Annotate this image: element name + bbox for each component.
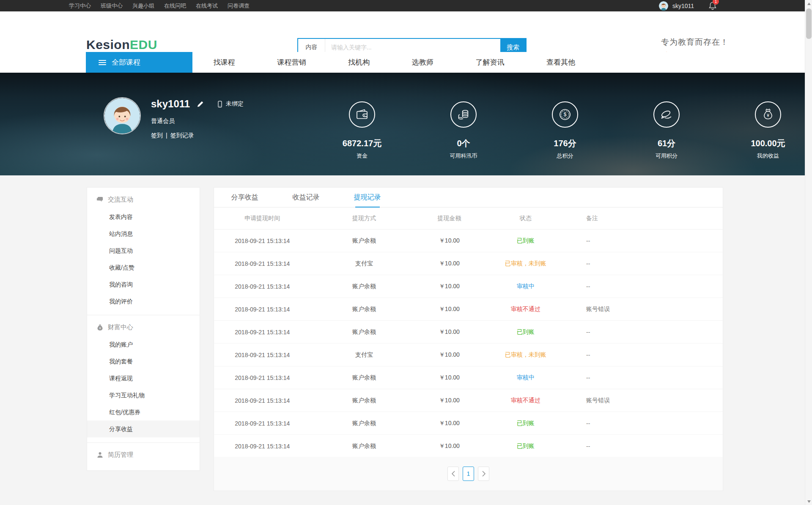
tab[interactable]: 提现记录 bbox=[337, 188, 398, 207]
sidebar-item[interactable]: 课程返现 bbox=[87, 370, 200, 387]
topbar-menu-item[interactable]: 问卷调查 bbox=[228, 2, 250, 10]
table-row: 2018-09-21 15:13:14 账户余额 ￥10.00 审核不通过 账号… bbox=[214, 298, 723, 321]
edit-pencil-icon[interactable] bbox=[197, 101, 204, 108]
next-page-button[interactable] bbox=[478, 467, 489, 481]
user-info: sky1011 未绑定 普通会员 签到 | 签到记录 bbox=[151, 98, 244, 139]
bind-status-label: 未绑定 bbox=[226, 100, 244, 108]
tab[interactable]: 分享收益 bbox=[214, 188, 275, 207]
chevron-right-icon bbox=[482, 471, 486, 477]
user-banner: sky1011 未绑定 普通会员 签到 | 签到记录 6872.17元 资金 bbox=[0, 73, 812, 175]
withdraw-time: 2018-09-21 15:13:14 bbox=[214, 420, 311, 427]
topbar-menu-item[interactable]: 班级中心 bbox=[101, 2, 123, 10]
table-row: 2018-09-21 15:13:14 账户余额 ￥10.00 审核不通过 账号… bbox=[214, 389, 723, 412]
stats: 6872.17元 资金 0个 可用科汛币 176分 总积分 61分 可用积分 1… bbox=[320, 101, 810, 160]
sidebar-item[interactable]: 学习互动礼物 bbox=[87, 387, 200, 404]
sidebar-item[interactable]: 问题互动 bbox=[87, 242, 200, 259]
withdraw-amount: ￥10.00 bbox=[417, 442, 481, 450]
col-header-note: 备注 bbox=[570, 215, 723, 222]
stat-value: 0个 bbox=[421, 138, 506, 149]
page-number-button[interactable]: 1 bbox=[463, 467, 474, 481]
col-header-method: 提现方式 bbox=[311, 215, 418, 222]
sidebar-item[interactable]: 站内消息 bbox=[87, 225, 200, 242]
sidebar-section-resume: 简历管理 bbox=[87, 443, 200, 464]
scrollbar-thumb[interactable] bbox=[806, 8, 812, 39]
avatar[interactable] bbox=[659, 1, 668, 11]
scroll-down-arrow[interactable] bbox=[805, 498, 812, 505]
sidebar-item[interactable]: 我的评价 bbox=[87, 293, 200, 310]
sidebar-item[interactable]: 我的咨询 bbox=[87, 276, 200, 293]
status-badge: 已到账 bbox=[481, 328, 571, 336]
withdraw-amount: ￥10.00 bbox=[417, 397, 481, 404]
money-bag-icon bbox=[755, 101, 781, 128]
nav-link[interactable]: 了解资讯 bbox=[475, 57, 504, 67]
sidebar-item[interactable]: 红包/优惠券 bbox=[87, 404, 200, 420]
stat-value: 6872.17元 bbox=[320, 138, 404, 149]
sidebar-item[interactable]: 我的套餐 bbox=[87, 353, 200, 370]
nav-link[interactable]: 课程营销 bbox=[277, 57, 306, 67]
prev-page-button[interactable] bbox=[447, 467, 459, 481]
withdraw-note: -- bbox=[570, 237, 723, 244]
person-icon bbox=[96, 451, 104, 459]
sign-divider: | bbox=[166, 132, 167, 139]
section-title: 简历管理 bbox=[108, 451, 133, 459]
topbar-user: sky1011 1 bbox=[659, 0, 717, 11]
sidebar-item[interactable]: 收藏/点赞 bbox=[87, 259, 200, 276]
logo[interactable]: KesionEDU bbox=[86, 38, 157, 52]
nav-link[interactable]: 找课程 bbox=[214, 57, 235, 67]
col-header-time: 申请提现时间 bbox=[214, 215, 311, 222]
stat-label: 我的收益 bbox=[726, 152, 810, 160]
notification-bell[interactable]: 1 bbox=[708, 1, 717, 11]
nav-link[interactable]: 找机构 bbox=[348, 57, 370, 67]
nav-link[interactable]: 查看其他 bbox=[546, 57, 575, 67]
slogan-text: 专为教育而存在！ bbox=[661, 37, 729, 48]
sign-record-link[interactable]: 签到记录 bbox=[170, 132, 194, 139]
sidebar-item[interactable]: 分享收益 bbox=[87, 420, 200, 437]
status-badge: 审核不通过 bbox=[481, 306, 571, 313]
withdraw-note: 账号错误 bbox=[570, 397, 723, 404]
stat-value: 176分 bbox=[523, 138, 607, 149]
withdraw-time: 2018-09-21 15:13:14 bbox=[214, 397, 311, 404]
member-level: 普通会员 bbox=[151, 117, 244, 125]
topbar-menu-item[interactable]: 在线考试 bbox=[196, 2, 218, 10]
stat-label: 资金 bbox=[320, 152, 404, 160]
chat-icon bbox=[96, 196, 104, 203]
withdraw-note: -- bbox=[570, 283, 723, 290]
withdraw-note: -- bbox=[570, 260, 723, 267]
withdraw-method: 支付宝 bbox=[311, 260, 418, 268]
stat-value: 100.00元 bbox=[726, 138, 810, 149]
stat-income[interactable]: 100.00元 我的收益 bbox=[726, 101, 810, 160]
section-title: 财富中心 bbox=[108, 323, 133, 331]
all-courses-button[interactable]: 全部课程 bbox=[86, 52, 192, 73]
topbar-menu-item[interactable]: 学习中心 bbox=[69, 2, 91, 10]
sidebar-list: 发表内容站内消息问题互动收藏/点赞我的咨询我的评价 bbox=[87, 208, 200, 310]
topbar-menu-item[interactable]: 兴趣小组 bbox=[132, 2, 154, 10]
stat-available-points[interactable]: 61分 可用积分 bbox=[624, 101, 709, 160]
sidebar-item[interactable]: 发表内容 bbox=[87, 208, 200, 225]
stat-value: 61分 bbox=[624, 138, 709, 149]
phone-bind-status[interactable]: 未绑定 bbox=[217, 100, 244, 108]
scroll-up-arrow[interactable] bbox=[805, 0, 812, 7]
scrollbar[interactable] bbox=[805, 0, 812, 505]
withdraw-time: 2018-09-21 15:13:14 bbox=[214, 443, 311, 450]
wallet-icon bbox=[349, 101, 375, 128]
money-bag-icon bbox=[96, 324, 104, 331]
withdraw-note: -- bbox=[570, 352, 723, 358]
col-header-amount: 提现金额 bbox=[417, 215, 481, 222]
withdraw-amount: ￥10.00 bbox=[417, 237, 481, 245]
topbar-username[interactable]: sky1011 bbox=[672, 3, 694, 9]
stat-funds[interactable]: 6872.17元 资金 bbox=[320, 101, 404, 160]
stat-coins[interactable]: 0个 可用科汛币 bbox=[421, 101, 506, 160]
withdraw-time: 2018-09-21 15:13:14 bbox=[214, 352, 311, 358]
page: 学习中心班级中心兴趣小组在线问吧在线考试问卷调查 sky1011 1 Kesio… bbox=[0, 0, 812, 505]
sign-in-link[interactable]: 签到 bbox=[151, 132, 163, 139]
stat-total-points[interactable]: 176分 总积分 bbox=[523, 101, 607, 160]
tabs: 分享收益收益记录提现记录 bbox=[214, 188, 723, 207]
nav-link[interactable]: 选教师 bbox=[412, 57, 433, 67]
header: KesionEDU 内容 搜索 专为教育而存在！ 400-008-0263 bbox=[0, 11, 812, 52]
tab[interactable]: 收益记录 bbox=[275, 188, 337, 207]
topbar-menu-item[interactable]: 在线问吧 bbox=[164, 2, 186, 10]
hamburger-icon bbox=[99, 59, 106, 66]
sidebar-item[interactable]: 我的账户 bbox=[87, 336, 200, 353]
stat-label: 总积分 bbox=[523, 152, 607, 160]
avatar bbox=[104, 97, 141, 134]
